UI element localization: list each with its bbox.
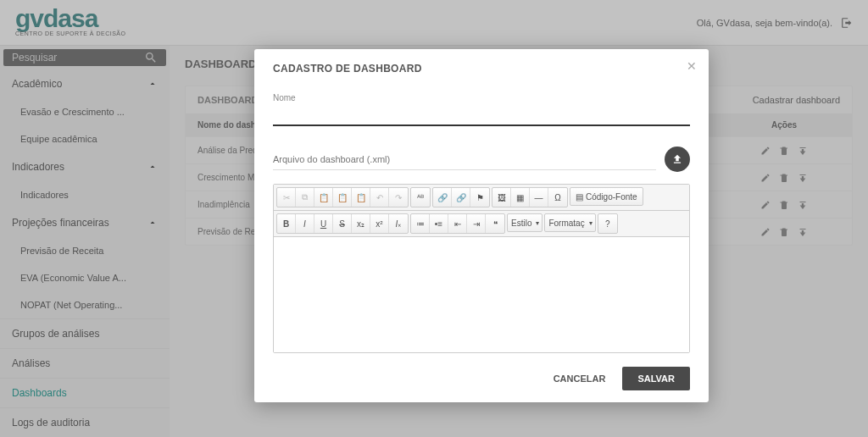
- undo-icon[interactable]: ↶: [370, 188, 389, 207]
- anchor-icon[interactable]: ⚑: [470, 188, 489, 207]
- editor-toolbar-2: B I U S x₂ x² Iₓ ≔ •≡ ⇤ ⇥ ❝ Estilo Forma…: [274, 211, 689, 237]
- link-icon[interactable]: 🔗: [433, 188, 452, 207]
- special-char-icon[interactable]: Ω: [548, 188, 567, 207]
- source-button[interactable]: ▤Código-Fonte: [570, 187, 643, 206]
- subscript-icon[interactable]: x₂: [352, 214, 370, 233]
- hr-icon[interactable]: —: [530, 188, 548, 207]
- name-label: Nome: [273, 93, 690, 102]
- blockquote-icon[interactable]: ❝: [486, 214, 504, 233]
- abc-icon[interactable]: ᴬᴮ: [411, 188, 430, 207]
- remove-format-icon[interactable]: Iₓ: [389, 214, 408, 233]
- unlink-icon[interactable]: 🔗: [452, 188, 470, 207]
- paste-icon[interactable]: 📋: [314, 188, 333, 207]
- bold-icon[interactable]: B: [277, 214, 296, 233]
- indent-icon[interactable]: ⇥: [467, 214, 486, 233]
- underline-icon[interactable]: U: [314, 214, 333, 233]
- cancel-button[interactable]: CANCELAR: [545, 367, 615, 390]
- italic-icon[interactable]: I: [296, 214, 314, 233]
- close-icon[interactable]: ✕: [687, 59, 697, 73]
- outdent-icon[interactable]: ⇤: [448, 214, 467, 233]
- upload-button[interactable]: [665, 147, 690, 172]
- superscript-icon[interactable]: x²: [370, 214, 389, 233]
- style-select[interactable]: Estilo: [507, 213, 542, 232]
- paste-text-icon[interactable]: 📋: [333, 188, 352, 207]
- numbered-list-icon[interactable]: ≔: [411, 214, 430, 233]
- file-input[interactable]: [273, 149, 656, 170]
- rich-text-editor: ✂ ⧉ 📋 📋 📋 ↶ ↷ ᴬᴮ 🔗 🔗 ⚑ 🖼 ▦ — Ω: [273, 184, 690, 353]
- paste-word-icon[interactable]: 📋: [352, 188, 370, 207]
- strike-icon[interactable]: S: [333, 214, 352, 233]
- editor-body[interactable]: [274, 237, 689, 352]
- editor-toolbar: ✂ ⧉ 📋 📋 📋 ↶ ↷ ᴬᴮ 🔗 🔗 ⚑ 🖼 ▦ — Ω: [274, 185, 689, 211]
- help-icon[interactable]: ?: [598, 214, 617, 233]
- register-dashboard-modal: CADASTRO DE DASHBOARD ✕ Nome ✂ ⧉ 📋 📋 📋 ↶…: [254, 49, 709, 402]
- table-icon[interactable]: ▦: [511, 188, 530, 207]
- modal-title: CADASTRO DE DASHBOARD: [273, 63, 690, 75]
- image-icon[interactable]: 🖼: [492, 188, 511, 207]
- bullet-list-icon[interactable]: •≡: [430, 214, 448, 233]
- redo-icon[interactable]: ↷: [389, 188, 408, 207]
- copy-icon[interactable]: ⧉: [296, 188, 314, 207]
- name-input[interactable]: [273, 102, 690, 126]
- format-select[interactable]: Formataç: [544, 213, 595, 232]
- cut-icon[interactable]: ✂: [277, 188, 296, 207]
- save-button[interactable]: SALVAR: [622, 367, 690, 390]
